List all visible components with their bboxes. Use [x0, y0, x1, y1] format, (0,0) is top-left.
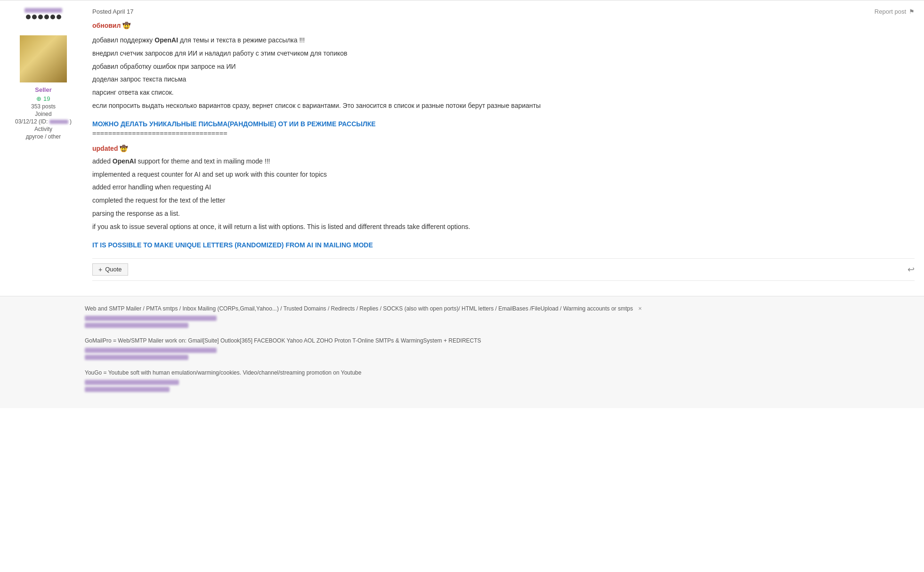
- quote-button[interactable]: + Quote: [92, 263, 128, 276]
- en-line-4: completed the request for the text of th…: [92, 195, 915, 206]
- section-en-title: updated 🤠: [92, 145, 915, 152]
- quote-label: Quote: [105, 266, 122, 273]
- section-ru-title: обновил 🤠: [92, 22, 915, 29]
- footer-item-1-url-1: [85, 316, 217, 321]
- report-post-button[interactable]: Report post ⚑: [875, 8, 915, 15]
- dot-1: [26, 15, 31, 19]
- ru-line-2: внедрил счетчик запросов для ИИ и налади…: [92, 48, 915, 59]
- footer-item-2-title: GoMailPro = Web/SMTP Mailer work on: Gma…: [85, 336, 915, 345]
- footer-item-3-url-1: [85, 380, 179, 385]
- ru-highlight-link[interactable]: МОЖНО ДЕЛАТЬ УНИКАЛЬНЫЕ ПИСЬМА(РАНДОМНЫЕ…: [92, 120, 915, 128]
- page-wrapper: Seller ⊕ 19 353 posts Joined 03/12/12 (I…: [0, 0, 924, 572]
- footer-item-1-title: Web and SMTP Mailer / PMTA smtps / Inbox…: [85, 304, 915, 313]
- dot-4: [44, 15, 49, 19]
- post-header: Posted April 17 Report post ⚑: [92, 8, 915, 15]
- activity-label: Activity: [34, 126, 52, 132]
- dot-2: [32, 15, 37, 19]
- reputation-badge: ⊕ 19: [36, 95, 50, 102]
- dot-5: [50, 15, 55, 19]
- equals-divider: ==================================: [92, 130, 915, 137]
- avatar: [20, 35, 67, 82]
- reply-icon[interactable]: ↩: [908, 264, 915, 275]
- footer-item-1-close[interactable]: ×: [638, 305, 642, 312]
- report-label: Report post: [875, 8, 906, 15]
- section-en-content: added OpenAI support for theme and text …: [92, 156, 915, 233]
- footer-item-2-url-2: [85, 355, 188, 360]
- footer-item-3: YouGo = Youtube soft with human emulatio…: [85, 368, 915, 392]
- user-sidebar: Seller ⊕ 19 353 posts Joined 03/12/12 (I…: [9, 8, 85, 288]
- footer-item-1-url-2: [85, 323, 188, 328]
- post-content: Posted April 17 Report post ⚑ обновил 🤠 …: [85, 8, 915, 288]
- footer-links: Web and SMTP Mailer / PMTA smtps / Inbox…: [0, 296, 924, 409]
- en-line-3: added error handling when requesting AI: [92, 182, 915, 193]
- footer-item-3-title: YouGo = Youtube soft with human emulatio…: [85, 368, 915, 377]
- section-ru-content: добавил поддержку OpenAI для темы и текс…: [92, 35, 915, 112]
- quote-row: + Quote ↩: [92, 258, 915, 281]
- section-ru-title-text: обновил 🤠: [92, 22, 130, 29]
- updated-label: updated 🤠: [92, 145, 128, 152]
- posts-count: 353 posts: [31, 103, 56, 110]
- report-icon: ⚑: [909, 8, 915, 15]
- ru-line-6: если попросить выдать несколько варианто…: [92, 100, 915, 112]
- joined-label: Joined: [35, 111, 51, 117]
- ru-line-3: добавил обработку ошибок при запросе на …: [92, 61, 915, 73]
- footer-item-3-url-2: [85, 387, 170, 392]
- post-container: Seller ⊕ 19 353 posts Joined 03/12/12 (I…: [0, 0, 924, 296]
- user-id-blurred: [49, 120, 68, 124]
- username[interactable]: Seller: [35, 86, 51, 93]
- ru-line-1: добавил поддержку OpenAI для темы и текс…: [92, 35, 915, 46]
- updated-section: updated 🤠 added OpenAI support for theme…: [92, 145, 915, 249]
- en-line-1: added OpenAI support for theme and text …: [92, 156, 915, 167]
- dot-3: [38, 15, 43, 19]
- en-line-5: parsing the response as a list.: [92, 208, 915, 220]
- user-blurred-name: [24, 8, 62, 13]
- en-line-2: implemented a request counter for AI and…: [92, 169, 915, 180]
- quote-plus-icon: +: [98, 266, 102, 273]
- joined-date: 03/12/12 (ID: ): [15, 118, 72, 125]
- user-dots: [26, 15, 61, 19]
- post-date: Posted April 17: [92, 8, 133, 15]
- footer-item-1: Web and SMTP Mailer / PMTA smtps / Inbox…: [85, 304, 915, 328]
- ru-line-4: доделан запрос текста письма: [92, 74, 915, 85]
- dot-6: [57, 15, 61, 19]
- activity-value: другое / other: [26, 133, 61, 140]
- footer-item-2: GoMailPro = Web/SMTP Mailer work on: Gma…: [85, 336, 915, 360]
- ru-line-5: парсинг ответа как список.: [92, 87, 915, 98]
- footer-item-2-url-1: [85, 348, 217, 353]
- en-highlight-link[interactable]: IT IS POSSIBLE TO MAKE UNIQUE LETTERS (R…: [92, 241, 915, 249]
- en-line-6: if you ask to issue several options at o…: [92, 221, 915, 233]
